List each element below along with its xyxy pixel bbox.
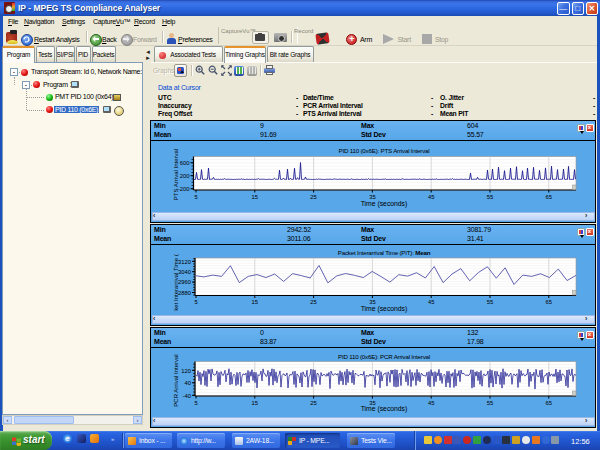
svg-text:-40: -40 <box>183 393 191 399</box>
svg-text:2880: 2880 <box>178 290 191 296</box>
svg-text:PID 110 (0x6E): PCR Arrival In: PID 110 (0x6E): PCR Arrival Interval <box>338 353 430 360</box>
svg-text:15: 15 <box>252 194 258 200</box>
svg-text:25: 25 <box>310 194 316 200</box>
svg-text:3040: 3040 <box>178 269 191 275</box>
svg-text:120: 120 <box>181 368 191 374</box>
svg-text:Time (seconds): Time (seconds) <box>361 305 408 313</box>
svg-text:65: 65 <box>546 400 552 406</box>
svg-text:25: 25 <box>310 400 316 406</box>
svg-text:45: 45 <box>428 194 434 200</box>
svg-text:5: 5 <box>194 400 197 406</box>
svg-text:55: 55 <box>487 400 493 406</box>
svg-text:40: 40 <box>185 380 191 386</box>
svg-text:15: 15 <box>252 400 258 406</box>
svg-text:PTS Arrival Interval: PTS Arrival Interval <box>173 149 179 200</box>
svg-text:65: 65 <box>546 194 552 200</box>
svg-text:600: 600 <box>180 160 190 166</box>
svg-text:2960: 2960 <box>178 279 191 285</box>
svg-text:PID 110 (0x6E): PTS Arrival In: PID 110 (0x6E): PTS Arrival Interval <box>338 147 429 154</box>
svg-text:-200: -200 <box>178 186 190 192</box>
svg-text:65: 65 <box>546 299 552 305</box>
svg-text:55: 55 <box>487 299 493 305</box>
svg-text:200: 200 <box>180 173 190 179</box>
svg-text:PCR Arrival Interval: PCR Arrival Interval <box>173 354 179 406</box>
svg-text:Time (seconds): Time (seconds) <box>361 200 408 208</box>
svg-text:25: 25 <box>310 299 316 305</box>
svg-text:Time (seconds): Time (seconds) <box>361 405 408 413</box>
svg-text:45: 45 <box>428 400 434 406</box>
svg-text:15: 15 <box>252 299 258 305</box>
svg-text:5: 5 <box>194 299 197 305</box>
svg-text:45: 45 <box>428 299 434 305</box>
svg-text:5: 5 <box>194 194 197 200</box>
svg-text:3120: 3120 <box>178 259 191 265</box>
svg-text:55: 55 <box>487 194 493 200</box>
svg-text:ket Interarrival Time (: ket Interarrival Time ( <box>173 254 179 310</box>
svg-text:Packet Interarrival Time (PIT): Packet Interarrival Time (PIT): Mean <box>338 249 431 256</box>
